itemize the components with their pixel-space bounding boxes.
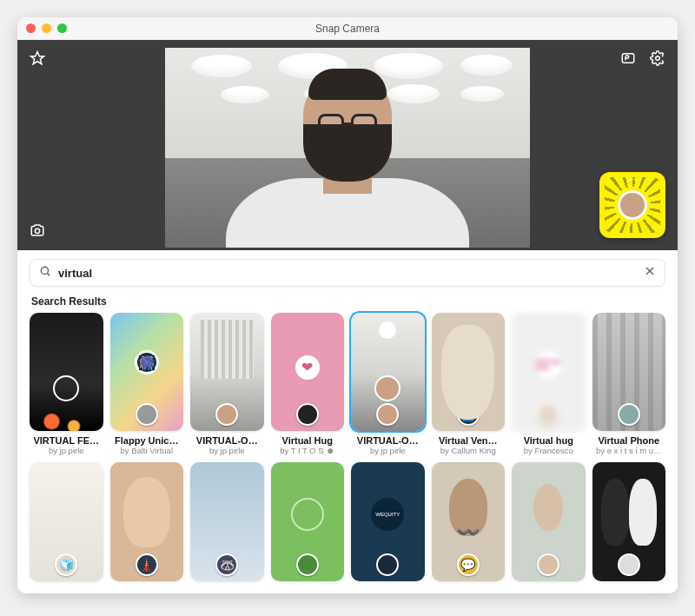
lens-card[interactable]: 🦝 — [190, 462, 264, 580]
lens-title: Virtual Phone — [598, 435, 659, 446]
lens-author: by Callum King — [440, 446, 496, 455]
lens-author: by Balti Virtual — [120, 446, 173, 455]
results-row-1: VIRTUAL FE… by jp pirle 🎆 Flappy Unic… b… — [30, 313, 665, 460]
lens-author: by Francesco — [524, 446, 573, 455]
lens-card[interactable]: 🧊 — [30, 462, 103, 580]
camera-preview-area: ︿ — [17, 40, 678, 250]
lens-card[interactable]: VIRTUAL-O… by jp pirle — [351, 313, 425, 455]
lens-card[interactable] — [271, 462, 345, 580]
lens-card[interactable]: 🎆 Flappy Unic… by Balti Virtual — [110, 313, 184, 455]
lens-title: Flappy Unic… — [115, 435, 178, 446]
lens-card[interactable]: VIRTUAL-O… by jp pirle — [190, 313, 264, 455]
camera-icon[interactable] — [26, 219, 49, 242]
lens-card[interactable]: 👤 Virtual Ven… by Callum King — [432, 313, 506, 455]
close-window-button[interactable] — [26, 23, 36, 33]
svg-point-4 — [41, 267, 48, 274]
camera-preview — [165, 48, 530, 248]
lens-title: Virtual Ven… — [439, 435, 498, 446]
lens-card[interactable] — [512, 462, 586, 580]
broadcast-icon[interactable] — [617, 47, 639, 70]
search-icon — [39, 265, 51, 281]
svg-point-2 — [656, 56, 660, 61]
window-title: Snap Camera — [17, 23, 678, 35]
lens-card[interactable]: Virtual Hug by T I T O S ☻ — [271, 313, 345, 455]
chevron-up-icon: ︿ — [627, 170, 639, 186]
star-icon[interactable] — [26, 47, 49, 70]
lens-card[interactable]: 🗼 — [110, 462, 184, 580]
svg-marker-0 — [31, 52, 44, 64]
lens-title: Virtual hug — [524, 435, 573, 446]
lens-title: Virtual Hug — [282, 435, 333, 446]
gear-icon[interactable] — [646, 47, 669, 70]
titlebar: Snap Camera — [17, 17, 678, 40]
app-window: Snap Camera — [17, 17, 678, 593]
lens-author: by e x i t s i m u… — [596, 446, 662, 455]
lens-author: by jp pirle — [209, 446, 245, 455]
snapcode-avatar — [618, 190, 647, 220]
lens-author: by T I T O S ☻ — [280, 446, 334, 455]
lens-card[interactable]: Virtual Phone by e x i t s i m u… — [592, 313, 666, 455]
snapcode[interactable]: ︿ — [599, 172, 665, 238]
lens-title: VIRTUAL FE… — [33, 435, 99, 446]
window-controls — [26, 23, 67, 33]
close-icon[interactable] — [644, 265, 656, 281]
fullscreen-window-button[interactable] — [57, 23, 67, 33]
lens-card[interactable]: VIRTUAL FE… by jp pirle — [30, 313, 103, 455]
lens-title: VIRTUAL-O… — [196, 435, 258, 446]
results-header: Search Results — [31, 295, 664, 308]
lens-title: VIRTUAL-O… — [357, 435, 419, 446]
svg-point-3 — [35, 229, 39, 233]
user-figure — [226, 74, 469, 248]
svg-line-5 — [47, 273, 50, 275]
lens-card[interactable]: WEQUITY — [351, 462, 425, 580]
lens-card[interactable]: VIRTUALHUG Virtual hug by Francesco — [512, 313, 586, 455]
lens-card[interactable] — [592, 462, 666, 580]
search-panel: Search Results VIRTUAL FE… by jp pirle 🎆… — [17, 250, 678, 593]
search-input[interactable] — [58, 267, 637, 280]
lens-author: by jp pirle — [370, 446, 406, 455]
search-bar[interactable] — [30, 259, 665, 287]
lens-author: by jp pirle — [49, 446, 84, 455]
results-row-2: 🧊 🗼 🦝 WEQUITY 〰️💬 — [30, 462, 665, 586]
lens-card[interactable]: 〰️💬 — [432, 462, 506, 580]
minimize-window-button[interactable] — [42, 23, 51, 33]
